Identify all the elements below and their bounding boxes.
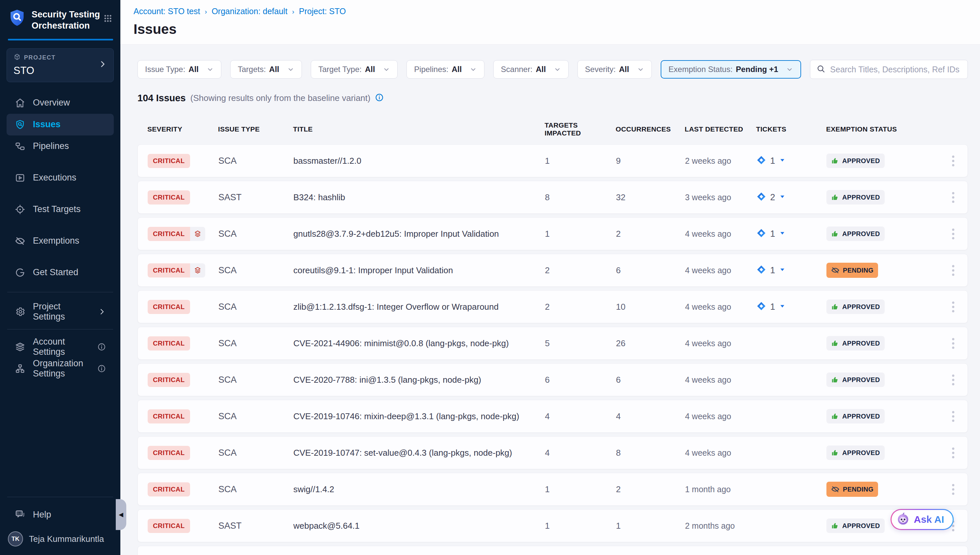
issue-type-cell: SCA — [218, 448, 294, 458]
row-menu-button[interactable] — [949, 300, 958, 314]
tickets-cell[interactable]: 2 — [756, 192, 826, 203]
project-selector[interactable]: PROJECT STO — [6, 48, 114, 82]
targets-impacted-cell: 1 — [545, 484, 616, 494]
home-icon — [14, 97, 26, 109]
issue-title[interactable]: webpack@5.64.1 — [294, 521, 545, 531]
sidebar-item-organization-settings[interactable]: Organization Settings — [6, 358, 114, 379]
issue-title[interactable]: CVE-2020-7788: ini@1.3.5 (lang-pkgs, nod… — [294, 375, 545, 385]
row-menu-button[interactable] — [949, 263, 958, 278]
issue-title[interactable]: coreutils@9.1-1: Improper Input Validati… — [294, 265, 545, 276]
issue-title[interactable]: CVE-2019-10746: mixin-deep@1.3.1 (lang-p… — [294, 411, 545, 422]
occurrences-cell: 4 — [616, 411, 685, 422]
tickets-cell[interactable]: 1 — [756, 301, 826, 312]
sidebar-item-issues[interactable]: Issues — [6, 114, 114, 135]
row-menu-button[interactable] — [949, 409, 958, 424]
sidebar-item-project-settings[interactable]: Project Settings — [6, 301, 114, 322]
chevron-down-icon — [554, 66, 561, 73]
severity-badge: CRITICAL — [148, 409, 190, 423]
filter-pipelines[interactable]: Pipelines:All — [406, 60, 484, 79]
exemption-status-badge: APPROVED — [826, 336, 885, 350]
issue-row[interactable]: CRITICAL SCA gnutls28@3.7.9-2+deb12u5: I… — [138, 217, 968, 250]
caret-down-icon — [779, 157, 786, 165]
issue-type-cell: SAST — [218, 192, 294, 202]
issue-row[interactable]: CRITICAL SCA CVE-2019-10747: set-value@0… — [138, 436, 968, 469]
issue-title[interactable]: gnutls28@3.7.9-2+deb12u5: Improper Input… — [294, 229, 545, 239]
severity-badge: CRITICAL — [148, 373, 190, 387]
sidebar-item-get-started[interactable]: Get Started — [6, 262, 114, 284]
row-menu-button[interactable] — [949, 482, 958, 497]
cube-icon — [13, 53, 21, 62]
issue-row[interactable]: CRITICAL SCA CVE-2019-10746: mixin-deep@… — [138, 400, 968, 433]
module-accent-bar — [8, 39, 113, 40]
issue-title[interactable]: CVE-2019-10747: set-value@0.4.3 (lang-pk… — [294, 448, 545, 458]
issue-row[interactable]: CRITICAL SCA CVE-2021-44906: minimist@0.… — [138, 327, 968, 360]
ticket-count: 1 — [770, 265, 775, 276]
issue-row[interactable]: CRITICAL SAST B324: hashlib 8 32 3 weeks… — [138, 181, 968, 214]
breadcrumb-organization[interactable]: Organization: default — [212, 6, 287, 16]
sidebar-item-pipelines[interactable]: Pipelines — [6, 135, 114, 157]
exemption-status-badge: APPROVED — [826, 446, 885, 460]
jira-icon — [756, 155, 766, 166]
jira-icon — [756, 192, 766, 203]
tickets-cell[interactable]: 1 — [756, 155, 826, 166]
occurrences-cell: 6 — [616, 265, 685, 276]
issue-title[interactable]: swig//1.4.2 — [294, 484, 545, 494]
filter-severity[interactable]: Severity:All — [577, 60, 652, 79]
row-menu-button[interactable] — [949, 154, 958, 168]
severity-badge: CRITICAL — [148, 519, 190, 533]
issue-row[interactable]: CRITICAL SCA coreutils@9.1-1: Improper I… — [138, 254, 968, 287]
exemption-status-label: APPROVED — [842, 340, 880, 347]
filter-target-type[interactable]: Target Type:All — [311, 60, 398, 79]
filter-exemption-status[interactable]: Exemption Status:Pending +1 — [661, 60, 801, 79]
ticket-count: 1 — [770, 156, 775, 166]
tickets-cell[interactable]: 1 — [756, 228, 826, 239]
exemption-status-label: APPROVED — [842, 376, 880, 384]
sidebar-collapse-handle[interactable]: ◀ — [116, 499, 126, 530]
sidebar-item-test-targets[interactable]: Test Targets — [6, 199, 114, 220]
issue-row[interactable]: CRITICAL SCA CVE-2020-7788: ini@1.3.5 (l… — [138, 363, 968, 396]
filter-scanner[interactable]: Scanner:All — [493, 60, 569, 79]
sidebar-item-exemptions[interactable]: Exemptions — [6, 230, 114, 252]
app-window: Security Testing Orchestration PROJECT S… — [0, 0, 980, 555]
issue-row[interactable]: CRITICAL SCA swig//1.4.2 1 2 1 month ago… — [138, 473, 968, 506]
last-detected-cell: 4 weeks ago — [685, 302, 756, 312]
issue-row[interactable]: CRITICAL SAST webpack@5.64.1 1 1 2 month… — [138, 509, 968, 542]
last-detected-cell: 4 weeks ago — [685, 338, 756, 348]
ask-ai-button[interactable]: Ask AI — [890, 509, 954, 530]
filter-targets[interactable]: Targets:All — [230, 60, 302, 79]
issue-row[interactable]: CRITICAL SCA zlib@1:1.2.13.dfsg-1: Integ… — [138, 290, 968, 323]
row-menu-button[interactable] — [949, 190, 958, 205]
targets-impacted-cell: 1 — [545, 156, 616, 166]
info-icon[interactable] — [375, 93, 384, 103]
breadcrumb-project[interactable]: Project: STO — [299, 6, 346, 16]
breadcrumb-account[interactable]: Account: STO test — [133, 6, 200, 16]
avatar: TK — [8, 531, 23, 547]
sidebar-item-account-settings[interactable]: Account Settings — [6, 336, 114, 358]
sidebar: Security Testing Orchestration PROJECT S… — [0, 0, 120, 555]
row-menu-button[interactable] — [949, 336, 958, 351]
issue-title[interactable]: B324: hashlib — [294, 192, 545, 202]
row-menu-button[interactable] — [949, 446, 958, 460]
user-profile[interactable]: TK Teja Kummarikuntla — [6, 531, 114, 547]
issue-type-cell: SCA — [218, 156, 294, 166]
thumbs-up-icon — [831, 339, 839, 347]
exemption-status-label: APPROVED — [842, 522, 880, 530]
sidebar-item-executions[interactable]: Executions — [6, 167, 114, 189]
help-button[interactable]: ? Help — [6, 504, 114, 525]
tickets-cell[interactable]: 1 — [756, 265, 826, 276]
row-menu-button[interactable] — [949, 226, 958, 241]
severity-cell: CRITICAL — [148, 336, 218, 350]
issue-title[interactable]: CVE-2021-44906: minimist@0.0.8 (lang-pkg… — [294, 338, 545, 348]
issue-row[interactable]: CRITICAL SCA bassmaster//1.2.0 1 9 2 wee… — [138, 144, 968, 177]
sidebar-item-overview[interactable]: Overview — [6, 92, 114, 114]
filter-issue-type[interactable]: Issue Type:All — [138, 60, 221, 79]
row-menu-button[interactable] — [949, 372, 958, 387]
last-detected-cell: 3 weeks ago — [685, 192, 756, 202]
targets-impacted-cell: 4 — [545, 448, 616, 458]
issue-title[interactable]: bassmaster//1.2.0 — [294, 156, 545, 166]
issue-title[interactable]: zlib@1:1.2.13.dfsg-1: Integer Overflow o… — [294, 302, 545, 312]
search-input[interactable] — [830, 65, 962, 74]
issue-row[interactable]: CRITICAL SAST django@1.2 1 22 2 months a… — [138, 546, 968, 555]
exemption-cell: PENDING — [826, 263, 941, 278]
module-grid-icon[interactable] — [103, 13, 113, 25]
